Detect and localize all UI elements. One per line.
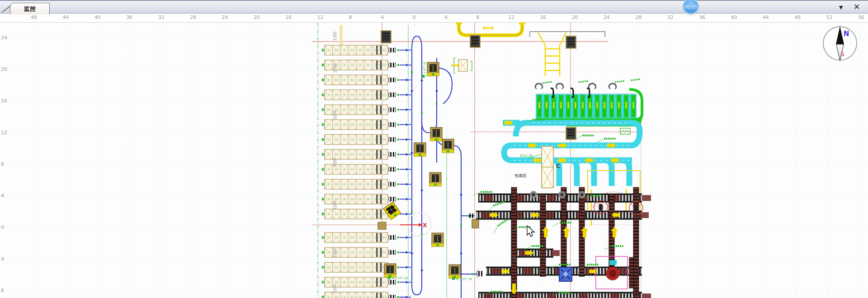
rack-row: [322, 233, 411, 242]
svg-text:2200: 2200: [333, 63, 337, 72]
ruler-tick-label: 0: [413, 14, 416, 20]
timer-badge-label: 00:05: [684, 5, 698, 9]
map-canvas[interactable]: 1200220032003200320022003200X包装区回流入库CCS2…: [0, 0, 868, 298]
ruler-tick-label: 20: [254, 14, 260, 20]
rack-row: [322, 75, 411, 85]
ruler-tick-label: 16: [540, 14, 546, 20]
ruler-tick-label: 8: [476, 14, 479, 20]
ruler-tick-label: 12: [1, 130, 7, 135]
station-box: [470, 35, 480, 47]
conveyor-system: [472, 187, 651, 298]
agv-unit[interactable]: [427, 62, 439, 76]
rack-row: [322, 135, 411, 144]
svg-text:S2_LIFT_03: S2_LIFT_03: [456, 277, 472, 281]
ruler-tick-label: 8: [1, 161, 4, 167]
mouse-cursor: [527, 226, 534, 237]
ruler-tick-label: 12: [317, 14, 323, 20]
agv-unit[interactable]: [384, 264, 396, 277]
ruler-tick-label: 44: [62, 14, 69, 20]
ruler-tick-label: 4: [1, 193, 4, 199]
ems-track: [456, 23, 605, 76]
ruler-tick-label: 36: [699, 14, 705, 20]
ruler-tick-label: 20: [1, 66, 7, 72]
svg-text:2200: 2200: [333, 248, 337, 257]
ruler-tick-label: 40: [94, 14, 101, 20]
ruler-tick-label: 4: [381, 14, 384, 20]
ruler-tick-label: 32: [158, 14, 165, 20]
ruler-tick-label: 24: [1, 35, 7, 41]
svg-text:3200: 3200: [333, 284, 337, 293]
ruler-tick-label: 56: [858, 14, 864, 20]
ruler-tick-label: 16: [1, 98, 7, 104]
rack-row: [322, 120, 411, 130]
svg-text:C: C: [556, 163, 561, 169]
ruler-tick-label: 52: [826, 14, 833, 20]
agv-unit[interactable]: [429, 172, 441, 186]
svg-text:3200: 3200: [333, 111, 337, 120]
agv-fleet: S2_LIFT_01S2_LIFT_02S2_LIFT_03: [383, 61, 472, 281]
ruler-tick-label: 36: [126, 14, 132, 20]
agv-unit[interactable]: [414, 143, 426, 156]
svg-text:包装区: 包装区: [514, 173, 527, 178]
chevron-down-icon[interactable]: ▼: [839, 5, 843, 10]
charging-block: [535, 79, 642, 134]
rack-row: [322, 149, 411, 159]
ruler-tick-label: 32: [667, 14, 674, 20]
close-icon[interactable]: ✕: [854, 2, 860, 11]
dimension-labels: 1200220032003200320022003200: [333, 32, 337, 293]
ruler-tick-label: 24: [222, 14, 228, 20]
agv-unit[interactable]: [442, 139, 454, 153]
svg-text:回流入库: 回流入库: [520, 154, 533, 158]
ruler-tick-label: 24: [604, 14, 610, 20]
ruler-tick-label: 44: [763, 14, 769, 20]
svg-text:X: X: [423, 222, 427, 228]
ruler-tick-label: 16: [285, 14, 292, 20]
ruler-tick-label: 8: [349, 14, 352, 20]
rack-row: [322, 262, 411, 272]
ruler-tick-label: 48: [794, 14, 801, 20]
timer-badge[interactable]: 00:05: [683, 0, 699, 14]
rack-row: [322, 90, 411, 100]
tab-monitor[interactable]: 监控: [10, 3, 50, 14]
pd-stand: [451, 58, 472, 73]
ruler-tick-label: 0: [1, 224, 4, 230]
svg-text:S: S: [841, 51, 844, 57]
svg-text:N: N: [844, 30, 849, 38]
svg-text:1200: 1200: [333, 32, 337, 41]
station-box: [566, 127, 576, 140]
ruler-tick-label: 12: [508, 14, 514, 20]
station-box: [566, 36, 576, 48]
ruler-tick-label: 20: [571, 14, 578, 20]
ruler-tick-label: 4: [1, 256, 4, 262]
svg-text:3200: 3200: [333, 158, 337, 167]
svg-text:S2_LIFT_02: S2_LIFT_02: [392, 276, 408, 280]
ruler-tick-label: 4: [444, 14, 448, 20]
tab-monitor-label: 监控: [24, 5, 36, 13]
svg-text:3200: 3200: [333, 201, 337, 210]
title-bar: 监控 00:05 ▼ ✕: [0, 0, 868, 14]
agv-unit[interactable]: [432, 233, 443, 247]
ruler-tick-label: 28: [635, 14, 642, 20]
ruler-tick-label: 48: [31, 14, 37, 20]
blue-machine: [559, 267, 572, 281]
rack-row: [322, 45, 411, 55]
station-box: [381, 31, 391, 43]
ruler-top: 4844403632282420161284048121620242832364…: [0, 14, 868, 23]
ruler-tick-label: 8: [1, 288, 4, 293]
agv-unit[interactable]: [449, 265, 461, 278]
ruler-tick-label: 28: [190, 14, 196, 20]
storage-racks: [322, 45, 411, 298]
rack-row: [322, 179, 411, 189]
ruler-tick-label: 40: [731, 14, 737, 20]
svg-text:C: C: [512, 255, 517, 261]
agv-unit[interactable]: [430, 127, 442, 141]
